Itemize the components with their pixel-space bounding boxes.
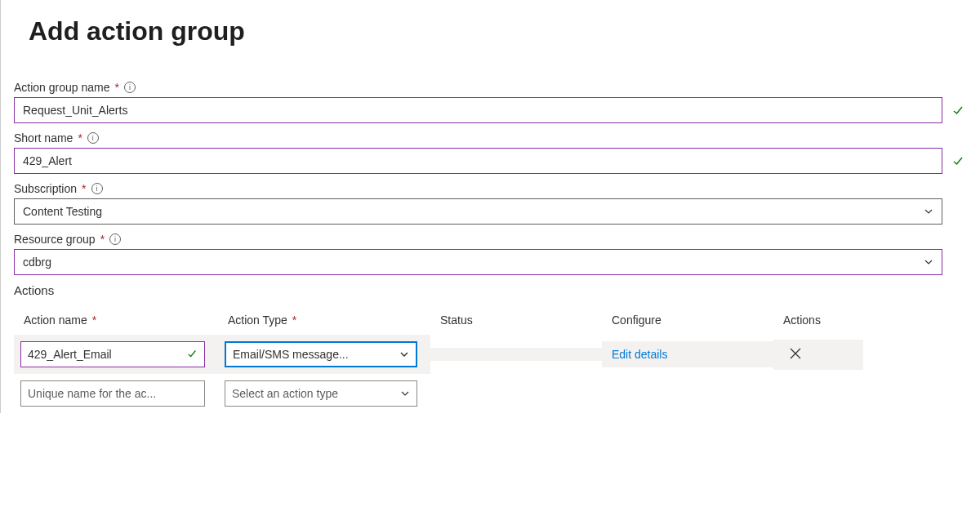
- info-icon[interactable]: i: [124, 82, 136, 93]
- status-cell: [430, 387, 602, 400]
- configure-cell: [602, 387, 773, 400]
- label-text: Action group name: [14, 81, 110, 94]
- select-value: cdbrg: [23, 256, 51, 269]
- actions-heading: Actions: [14, 283, 967, 297]
- placeholder-text: Unique name for the ac...: [28, 387, 156, 400]
- col-header-name: Action name *: [14, 305, 218, 335]
- select-value: Email/SMS message...: [233, 348, 349, 361]
- chevron-down-icon: [399, 349, 409, 359]
- table-row: Unique name for the ac... Select an acti…: [14, 374, 967, 413]
- info-icon[interactable]: i: [109, 233, 121, 245]
- valid-check-icon: [949, 154, 967, 167]
- page-title: Add action group: [29, 16, 967, 47]
- actions-table-header: Action name * Action Type * Status Confi…: [14, 305, 967, 335]
- col-header-actions: Actions: [773, 305, 863, 335]
- edit-details-link[interactable]: Edit details: [608, 348, 667, 361]
- required-star: *: [100, 233, 105, 246]
- info-icon[interactable]: i: [87, 132, 99, 144]
- col-header-status: Status: [430, 305, 602, 335]
- input-value: 429_Alert_Email: [28, 348, 112, 361]
- action-group-name-input[interactable]: [14, 97, 942, 123]
- chevron-down-icon: [400, 389, 410, 398]
- required-star: *: [115, 81, 119, 94]
- action-type-select-empty[interactable]: Select an action type: [225, 380, 417, 407]
- subscription-select[interactable]: Content Testing: [14, 198, 942, 225]
- required-star: *: [292, 314, 296, 327]
- field-subscription: Subscription * i Content Testing: [14, 182, 967, 225]
- label-subscription: Subscription * i: [14, 182, 967, 195]
- status-cell: [430, 348, 602, 361]
- table-row: 429_Alert_Email Email/SMS message... Edi…: [14, 335, 967, 374]
- label-text: Action name: [24, 314, 87, 327]
- resource-group-select[interactable]: cdbrg: [14, 249, 942, 275]
- valid-check-icon: [186, 348, 198, 362]
- short-name-input[interactable]: [14, 148, 942, 174]
- placeholder-text: Select an action type: [232, 387, 338, 400]
- col-header-type: Action Type *: [218, 305, 430, 335]
- label-short-name: Short name * i: [14, 131, 967, 145]
- label-text: Action Type: [228, 314, 287, 327]
- actions-cell: [773, 387, 863, 400]
- label-text: Subscription: [14, 182, 77, 195]
- required-star: *: [82, 182, 86, 195]
- label-resource-group: Resource group * i: [14, 233, 967, 246]
- action-type-select[interactable]: Email/SMS message...: [225, 341, 417, 367]
- select-value: Content Testing: [23, 205, 102, 218]
- info-icon[interactable]: i: [91, 183, 103, 194]
- label-text: Short name: [14, 131, 73, 145]
- required-star: *: [92, 314, 96, 327]
- action-name-input-empty[interactable]: Unique name for the ac...: [20, 380, 205, 407]
- col-header-configure: Configure: [602, 305, 773, 335]
- required-star: *: [78, 131, 82, 145]
- chevron-down-icon: [924, 207, 933, 216]
- valid-check-icon: [949, 104, 967, 117]
- chevron-down-icon: [924, 257, 933, 267]
- field-action-group-name: Action group name * i: [14, 81, 967, 123]
- field-resource-group: Resource group * i cdbrg: [14, 233, 967, 275]
- field-short-name: Short name * i: [14, 131, 967, 174]
- action-name-input[interactable]: 429_Alert_Email: [20, 341, 205, 367]
- label-text: Resource group: [14, 233, 96, 246]
- delete-action-button[interactable]: [788, 346, 803, 363]
- label-action-group-name: Action group name * i: [14, 81, 967, 94]
